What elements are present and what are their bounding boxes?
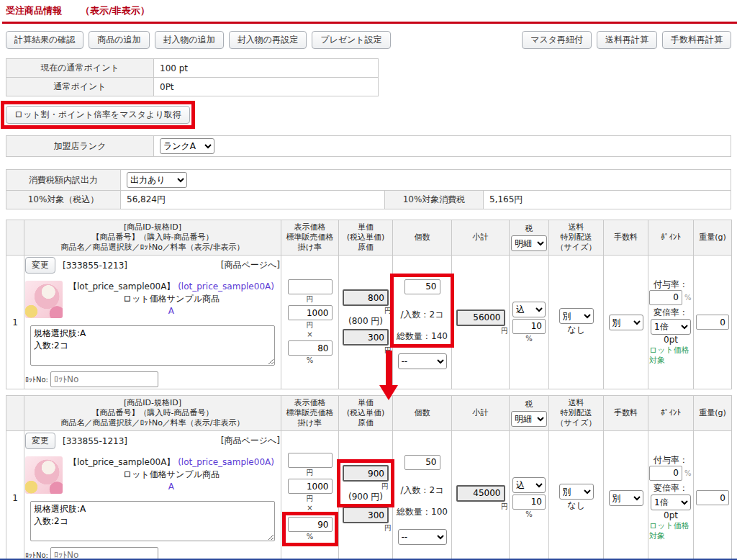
- tax-target-value: 56,824円: [121, 191, 385, 209]
- tax-output-select[interactable]: 出力あり: [127, 172, 187, 188]
- unit-price-input: [343, 289, 389, 306]
- fee-select[interactable]: 別: [609, 315, 643, 330]
- product-option-link[interactable]: A: [168, 306, 174, 316]
- grant-rate-input[interactable]: [649, 290, 682, 305]
- multiply-sign: ×: [282, 503, 338, 512]
- product-option-link[interactable]: A: [168, 482, 174, 492]
- master-relink-button[interactable]: マスタ再紐付: [522, 31, 592, 49]
- fee-header: 手数料: [604, 396, 648, 431]
- row-num: 1: [6, 256, 24, 389]
- fee-select[interactable]: 別: [609, 490, 643, 506]
- rate-input[interactable]: [288, 340, 333, 356]
- table-header-row: [商品ID-規格ID] 【商品番号】（購入時-商品番号） 商品名／商品選択肢／ﾛ…: [6, 396, 732, 431]
- display-price-input[interactable]: [288, 453, 333, 468]
- grant-rate-label: 付与率：: [649, 455, 692, 466]
- weight-header: 重量(g): [694, 396, 732, 431]
- change-button[interactable]: 変更: [25, 433, 55, 449]
- quantity-option-select[interactable]: --: [398, 529, 447, 545]
- grant-rate-input[interactable]: [649, 466, 682, 481]
- quantity-input[interactable]: [404, 455, 440, 470]
- change-button[interactable]: 変更: [25, 257, 55, 274]
- weight-cell: [694, 256, 732, 389]
- quantity-annotation-box: /入数：2コ 総数量：140: [394, 277, 451, 344]
- merchant-rank-cell: ランクA: [154, 136, 731, 157]
- standard-price-input[interactable]: [288, 479, 333, 494]
- tax-rate-input[interactable]: [512, 319, 546, 334]
- tax-target-label: 10%対象（税込）: [6, 191, 121, 209]
- table-header-row: [商品ID-規格ID] 【商品番号】（購入時-商品番号） 商品名／商品選択肢／ﾛ…: [6, 220, 732, 256]
- fee-header: 手数料: [604, 220, 648, 256]
- tax-detail-select[interactable]: 明細: [511, 235, 547, 251]
- subtotal-header: 小計: [452, 396, 510, 431]
- multiply-sign: ×: [282, 330, 338, 339]
- product-code: 【lot_price_sample00A】: [68, 281, 175, 292]
- shipping-select[interactable]: 別: [559, 308, 594, 324]
- product-table-2: [商品ID-規格ID] 【商品番号】（購入時-商品番号） 商品名／商品選択肢／ﾛ…: [6, 395, 732, 560]
- lot-no-label: ﾛｯﾄNo:: [25, 551, 48, 559]
- add-product-button[interactable]: 商品の追加: [89, 31, 149, 49]
- page-title: 受注商品情報: [6, 4, 62, 17]
- product-code-link[interactable]: (lot_price_sample00A): [178, 281, 274, 292]
- tax-amount-value: 5,165円: [484, 191, 731, 209]
- product-table-1: [商品ID-規格ID] 【商品番号】（購入時-商品番号） 商品名／商品選択肢／ﾛ…: [6, 220, 732, 389]
- multiplier-select[interactable]: 1倍: [651, 494, 691, 510]
- option-textarea[interactable]: 規格選択肢:A 入数:2コ: [30, 501, 275, 541]
- normal-point-label: 通常ポイント: [6, 78, 154, 96]
- point-header: ﾎﾟｲﾝﾄ: [648, 220, 694, 256]
- multiplier-label: 変倍率：: [649, 307, 692, 318]
- fee-recalc-button[interactable]: 手数料再計算: [662, 31, 731, 49]
- unit-price-annotation-box: 円 (900 円): [340, 463, 391, 504]
- weight-input[interactable]: [696, 315, 729, 330]
- current-point-label: 現在の通常ポイント: [6, 59, 154, 78]
- tax-rate-input[interactable]: [512, 494, 546, 510]
- rate-input[interactable]: [288, 517, 333, 532]
- product-code: 【lot_price_sample00A】: [68, 457, 175, 467]
- display-price-input[interactable]: [288, 279, 333, 294]
- product-code-link[interactable]: (lot_price_sample00A): [178, 457, 274, 467]
- shipping-select[interactable]: 別: [559, 484, 594, 500]
- title-divider: [2, 22, 737, 24]
- lot-no-input[interactable]: [50, 371, 158, 387]
- product-page-link[interactable]: [商品ページへ]: [221, 259, 280, 271]
- weight-input[interactable]: [696, 490, 729, 505]
- tax-header: 税 明細: [510, 396, 549, 431]
- weight-header: 重量(g): [694, 220, 732, 256]
- shipping-cell: 別 なし: [549, 431, 604, 560]
- product-name: ロット価格サンプル商品: [123, 469, 220, 479]
- points-table: 現在の通常ポイント 100 pt 通常ポイント 0Pt: [6, 58, 379, 96]
- merchant-rank-select[interactable]: ランクA: [160, 138, 214, 154]
- product-row: 1 変更 [333855-1213] [商品ページへ] 【lot_price_s…: [6, 256, 732, 389]
- table-row: 消費税額内訳出力 出力あり: [6, 170, 731, 191]
- fetch-lot-rate-button[interactable]: ロット割・ポイント倍率をマスタより取得: [6, 106, 190, 124]
- multiplier-select[interactable]: 1倍: [651, 319, 691, 335]
- shipping-note: なし: [550, 500, 602, 512]
- add-insert-button[interactable]: 封入物の追加: [155, 31, 224, 49]
- quantity-header: 個数: [393, 220, 452, 256]
- reset-insert-button[interactable]: 封入物の再設定: [229, 31, 307, 49]
- standard-price-input[interactable]: [288, 305, 333, 320]
- fee-cell: 別: [604, 431, 648, 560]
- total-qty-note: 総数量：140: [397, 330, 448, 343]
- shipping-recalc-button[interactable]: 送料再計算: [597, 31, 657, 49]
- shipping-header: 送料 特別配送 （サイズ）: [549, 220, 604, 256]
- tax-mode-select[interactable]: 込: [512, 477, 546, 493]
- tax-output-label: 消費税額内訳出力: [6, 170, 121, 191]
- quantity-option-select[interactable]: --: [398, 353, 447, 369]
- row-num-header: [6, 396, 24, 431]
- quantity-input[interactable]: [404, 279, 440, 294]
- show-hide-toggle[interactable]: （表示/非表示）: [81, 4, 150, 17]
- product-cell: 変更 [333855-1213] [商品ページへ] 【lot_price_sam…: [24, 431, 281, 560]
- quantity-header: 個数: [393, 396, 452, 431]
- tax-detail-select[interactable]: 明細: [511, 411, 547, 427]
- check-calc-button[interactable]: 計算結果の確認: [6, 31, 83, 49]
- option-textarea[interactable]: 規格選択肢:A 入数:2コ: [30, 325, 275, 366]
- lot-no-label: ﾛｯﾄNo:: [25, 376, 48, 384]
- product-page-link[interactable]: [商品ページへ]: [221, 435, 280, 447]
- tax-mode-select[interactable]: 込: [512, 302, 546, 317]
- weight-cell: [694, 431, 732, 560]
- multiplier-label: 変倍率：: [649, 483, 692, 494]
- row-num: 1: [6, 431, 24, 560]
- point-header: ﾎﾟｲﾝﾄ: [648, 396, 694, 431]
- product-name: ロット価格サンプル商品: [123, 294, 220, 304]
- present-setting-button[interactable]: プレゼント設定: [312, 31, 390, 49]
